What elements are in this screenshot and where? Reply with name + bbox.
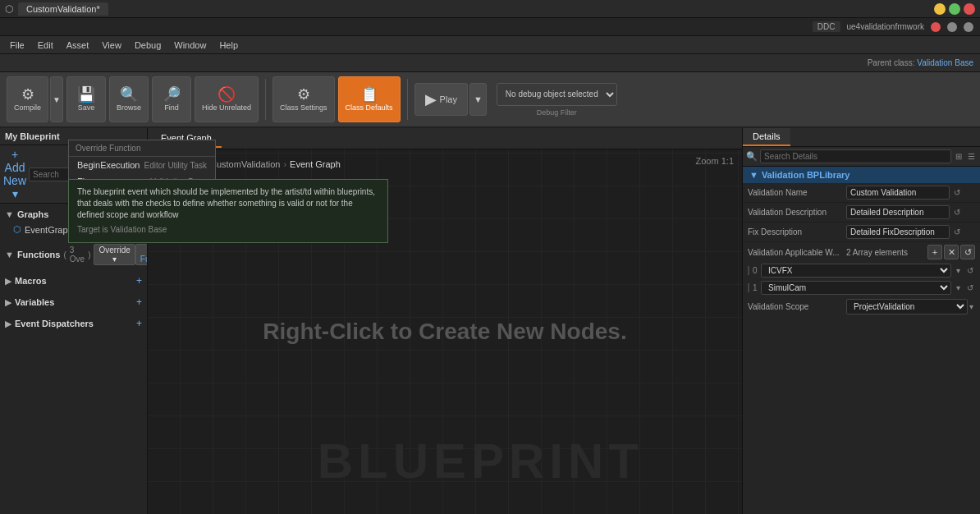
array-item-dropdown-1[interactable]: ▾	[955, 282, 962, 293]
macros-add-button[interactable]: +	[136, 275, 142, 287]
details-search-input[interactable]	[760, 149, 951, 163]
find-button[interactable]: 🔎 Find	[152, 76, 191, 122]
save-button[interactable]: 💾 Save	[66, 76, 106, 122]
info-min-button[interactable]	[947, 22, 957, 32]
info-bar-right: DDC ue4validationfrmwork	[813, 21, 973, 32]
validation-desc-row: Validation Description ↺	[743, 203, 980, 223]
info-max-button[interactable]	[964, 22, 973, 32]
dropdown-tooltip: The blueprint event which should be impl…	[148, 179, 388, 243]
scope-dropdown[interactable]: ▾	[968, 301, 975, 312]
compile-button[interactable]: ⚙ Compile	[7, 76, 48, 122]
minimize-button[interactable]	[934, 3, 946, 15]
compile-dropdown[interactable]: ▼	[50, 76, 63, 122]
tab-details[interactable]: Details	[743, 128, 790, 146]
menu-help[interactable]: Help	[213, 39, 245, 52]
validation-name-input[interactable]	[846, 186, 950, 200]
menu-view[interactable]: View	[95, 39, 128, 52]
class-defaults-button[interactable]: 📋 Class Defaults	[338, 76, 401, 122]
array-item-dropdown-0[interactable]: ▾	[955, 265, 962, 276]
dropdown-item-beginexecution[interactable]: BeginExecution Editor Utility Task	[148, 157, 215, 173]
search-icon: 🔍	[746, 151, 758, 162]
menu-debug[interactable]: Debug	[128, 39, 167, 52]
applicable-header: Validation Applicable W... 2 Array eleme…	[743, 242, 980, 262]
validation-name-reset[interactable]: ↺	[952, 187, 962, 198]
toolbar-separator-2	[407, 79, 408, 120]
array-item-select-1[interactable]: SimulCam	[761, 281, 951, 295]
fix-desc-input[interactable]	[846, 225, 950, 239]
details-menu-btn[interactable]: ☰	[966, 151, 977, 162]
fix-desc-label: Fix Description	[748, 227, 846, 236]
dropdown-header: Override Function	[148, 140, 215, 157]
right-search-bar: 🔍 ⊞ ☰	[743, 147, 980, 167]
array-item-1: 1 SimulCam ▾ ↺	[743, 279, 980, 296]
breadcrumb-root: CustomValidation	[210, 159, 280, 169]
array-add-btn[interactable]: +	[927, 245, 942, 259]
find-icon: 🔎	[163, 87, 181, 102]
parent-class-label: Parent class:	[868, 58, 915, 67]
hide-unrelated-label: Hide Unrelated	[202, 103, 251, 112]
event-dispatchers-header[interactable]: ▶ Event Dispatchers +	[0, 315, 147, 332]
details-view-btn[interactable]: ⊞	[954, 151, 964, 162]
menu-asset[interactable]: Asset	[60, 39, 96, 52]
functions-section: ▼ Functions ( 3 Ove ) Override ▾ + Funct…	[0, 239, 147, 270]
validation-desc-reset[interactable]: ↺	[952, 207, 962, 218]
event-dispatchers-section: ▶ Event Dispatchers +	[0, 313, 147, 334]
menu-window[interactable]: Window	[167, 39, 213, 52]
maximize-button[interactable]	[949, 3, 960, 15]
variables-label: Variables	[15, 297, 54, 307]
blueprint-watermark: BLUEPRINT	[318, 433, 643, 489]
menu-bar: File Edit Asset View Debug Window Help	[0, 36, 980, 54]
close-button[interactable]	[964, 3, 975, 15]
macros-section: ▶ Macros +	[0, 270, 147, 291]
play-dropdown[interactable]: ▼	[469, 83, 487, 116]
browse-button[interactable]: 🔍 Browse	[109, 76, 149, 122]
array-item-reset-1[interactable]: ↺	[965, 282, 975, 293]
event-graph-icon: ⬡	[13, 224, 21, 235]
functions-count-close: )	[88, 250, 90, 259]
functions-header[interactable]: ▼ Functions ( 3 Ove ) Override ▾ + Funct…	[0, 241, 147, 268]
override-button[interactable]: Override ▾	[94, 244, 135, 265]
compile-icon: ⚙	[21, 87, 34, 102]
validation-desc-input[interactable]	[846, 205, 950, 219]
array-item-reset-0[interactable]: ↺	[965, 265, 975, 276]
toolbar: ⚙ Compile ▼ 💾 Save 🔍 Browse 🔎 Find 🚫 Hid…	[0, 72, 980, 128]
macros-header[interactable]: ▶ Macros +	[0, 273, 147, 289]
functions-label: Functions	[17, 250, 61, 259]
add-function-button[interactable]: + Function	[135, 244, 148, 265]
fix-desc-reset[interactable]: ↺	[952, 227, 962, 237]
ddc-label: DDC	[813, 21, 840, 32]
array-item-0: 0 ICVFX ▾ ↺	[743, 262, 980, 279]
zoom-label: Zoom 1:1	[696, 156, 734, 166]
tab-bar: Event Graph	[148, 128, 742, 149]
array-reset-btn[interactable]: ↺	[960, 245, 975, 259]
play-button[interactable]: ▶ Play	[414, 83, 468, 116]
add-new-button[interactable]: + Add New ▾	[3, 148, 26, 200]
debug-filter-label: Debug Filter	[497, 108, 617, 117]
class-settings-button[interactable]: ⚙ Class Settings	[272, 76, 335, 122]
array-clear-btn[interactable]: ✕	[944, 245, 959, 259]
event-dispatchers-add-button[interactable]: +	[136, 318, 142, 329]
play-icon: ▶	[425, 90, 437, 108]
variables-add-button[interactable]: +	[136, 296, 142, 308]
info-bar: DDC ue4validationfrmwork	[0, 18, 980, 36]
menu-file[interactable]: File	[3, 39, 31, 52]
array-item-select-0[interactable]: ICVFX	[761, 264, 951, 278]
graphs-label: Graphs	[17, 209, 49, 219]
hide-unrelated-button[interactable]: 🚫 Hide Unrelated	[195, 76, 259, 122]
functions-count-val: 3 Ove	[70, 246, 85, 264]
window-controls	[934, 3, 975, 15]
variables-header[interactable]: ▶ Variables +	[0, 294, 147, 310]
class-settings-label: Class Settings	[280, 103, 327, 112]
tooltip-target: Target is Validation Base	[148, 224, 379, 236]
menu-edit[interactable]: Edit	[31, 39, 60, 52]
section-title-label: Validation BPLibrary	[762, 170, 850, 180]
validation-name-label: Validation Name	[748, 188, 846, 197]
title-bar: ⬡ CustomValidation*	[0, 0, 980, 18]
scope-select[interactable]: ProjectValidation	[846, 299, 968, 314]
section-collapse-icon: ▼	[749, 170, 758, 180]
browse-label: Browse	[117, 103, 141, 112]
parent-class-link[interactable]: Validation Base	[917, 58, 973, 67]
info-close-button[interactable]	[931, 22, 941, 32]
play-label: Play	[440, 94, 457, 104]
debug-filter-select[interactable]: No debug object selected	[497, 83, 617, 106]
